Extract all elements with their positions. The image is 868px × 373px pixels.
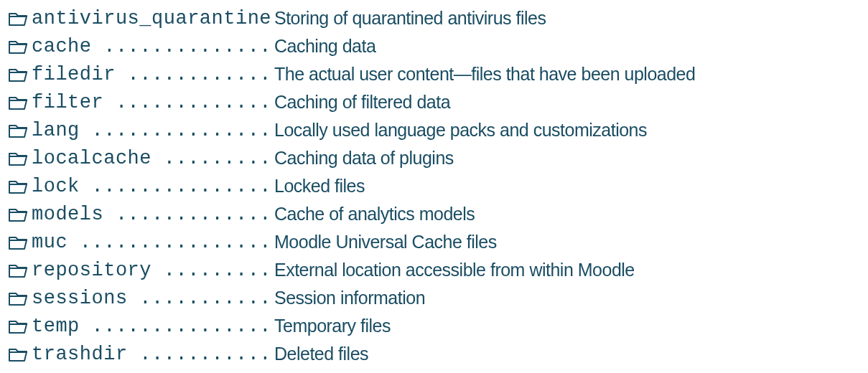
directory-row: models ..............Cache of analytics … [7,200,861,228]
directory-name: temp ................ [32,316,274,337]
directory-name: muc ................. [32,232,274,253]
directory-row: localcache ..........Caching data of plu… [7,144,861,172]
folder-icon [7,60,32,88]
directory-row: filter ..............Caching of filtered… [7,88,861,116]
directory-description: Temporary files [274,316,861,336]
directory-name: models .............. [32,204,274,225]
folder-icon [7,4,32,32]
folder-icon [7,256,32,284]
directory-description: Storing of quarantined antivirus files [274,8,861,29]
directory-name: trashdir ............ [32,344,274,365]
directory-name: repository .......... [32,260,274,281]
directory-row: sessions ............Session information [7,284,861,312]
directory-row: repository ..........External location a… [7,256,861,284]
folder-icon [7,228,32,256]
directory-row: antivirus_quarantine Storing of quaranti… [7,4,861,32]
directory-description: Caching data [274,36,861,57]
folder-icon [7,172,32,200]
directory-description: Locked files [274,176,861,197]
directory-description: Deleted files [274,344,861,364]
directory-name: localcache .......... [32,148,274,169]
directory-description: The actual user content—files that have … [274,64,861,85]
directory-row: cache ...............Caching data [7,32,861,60]
folder-icon [7,88,32,116]
directory-row: muc .................Moodle Universal Ca… [7,228,861,256]
folder-icon [7,340,32,368]
folder-icon [7,144,32,172]
directory-name: filedir ............. [32,64,274,85]
directory-description: Cache of analytics models [274,204,861,225]
folder-icon [7,284,32,312]
directory-name: sessions ............ [32,288,274,309]
folder-icon [7,200,32,228]
directory-description: Locally used language packs and customiz… [274,120,861,141]
directory-name: lang ................ [32,120,274,141]
directory-description: External location accessible from within… [274,260,861,280]
folder-icon [7,116,32,144]
directory-name: cache ............... [32,36,274,57]
directory-row: trashdir ............Deleted files [7,340,861,368]
folder-icon [7,32,32,60]
directory-row: filedir .............The actual user con… [7,60,861,88]
directory-name: filter .............. [32,92,274,113]
directory-description: Caching data of plugins [274,148,861,169]
directory-name: antivirus_quarantine [32,8,274,29]
directory-row: lang ................Locally used langua… [7,116,861,144]
directory-name: lock ................ [32,176,274,197]
folder-icon [7,312,32,340]
directory-description: Session information [274,288,861,308]
directory-row: lock ................Locked files [7,172,861,200]
directory-description: Caching of filtered data [274,92,861,113]
directory-listing: antivirus_quarantine Storing of quaranti… [0,0,868,372]
directory-row: temp ................Temporary files [7,312,861,340]
directory-description: Moodle Universal Cache files [274,232,861,252]
